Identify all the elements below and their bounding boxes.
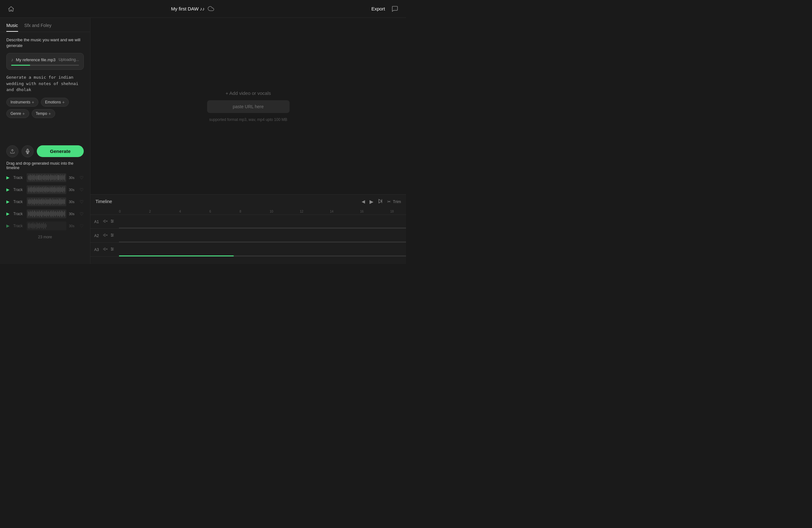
svg-point-30 <box>112 249 113 249</box>
svg-point-21 <box>112 235 113 236</box>
track-play-4[interactable]: ▶ <box>6 211 11 216</box>
tl-mute-a2[interactable] <box>103 233 107 238</box>
ruler-mark-6: 6 <box>209 210 211 213</box>
home-icon[interactable] <box>8 5 15 12</box>
tag-genre-plus: + <box>22 111 25 116</box>
upload-filename: ♪ My reference file.mp3 <box>11 57 56 62</box>
tl-eq-a3[interactable] <box>110 247 115 252</box>
tabs-row: Music Sfx and Foley <box>0 18 90 32</box>
ruler-mark-10: 10 <box>270 210 273 213</box>
ruler-mark-4: 4 <box>179 210 181 213</box>
tag-emotions[interactable]: Emotions + <box>41 98 69 106</box>
upload-status: Uploading... <box>59 57 79 62</box>
prompt-textarea[interactable]: Generate a music for indian wedding with… <box>6 74 84 93</box>
section-title: Describe the music you want and we will … <box>6 37 84 48</box>
track-play-3[interactable]: ▶ <box>6 199 11 204</box>
ruler-mark-18: 18 <box>390 210 394 213</box>
track-label-4: Track <box>13 212 24 216</box>
timeline-row-label-a1: A1 <box>90 219 119 224</box>
waveform-bars-5 <box>27 222 66 230</box>
track-duration-2: 30s <box>69 188 77 192</box>
mic-button[interactable] <box>21 145 34 157</box>
tl-mute-a3[interactable] <box>103 247 107 252</box>
topbar: My first DAW ♪♪ Export <box>0 0 406 18</box>
tag-genre[interactable]: Genre + <box>6 109 29 118</box>
waveform-bars-3 <box>27 197 66 206</box>
format-hint: supported format mp3, wav, mp4 upto 100 … <box>209 117 287 122</box>
tab-music[interactable]: Music <box>6 23 18 32</box>
svg-point-31 <box>112 250 112 251</box>
app-title: My first DAW ♪♪ <box>171 6 205 11</box>
svg-marker-3 <box>379 199 382 203</box>
tag-tempo[interactable]: Tempo + <box>32 109 55 118</box>
track-heart-2[interactable]: ♡ <box>79 187 84 192</box>
track-heart-4[interactable]: ♡ <box>79 211 84 216</box>
ruler-mark-8: 8 <box>240 210 241 213</box>
track-waveform-2 <box>27 185 66 194</box>
upload-progress-fill <box>11 65 30 66</box>
svg-point-29 <box>111 247 112 248</box>
tag-instruments-plus: + <box>32 100 34 105</box>
left-panel: Music Sfx and Foley Describe the music y… <box>0 18 90 264</box>
track-heart-1[interactable]: ♡ <box>79 175 84 180</box>
svg-marker-14 <box>103 234 105 237</box>
main-layout: Music Sfx and Foley Describe the music y… <box>0 18 406 264</box>
svg-marker-23 <box>103 248 105 251</box>
timeline-track-bg-a2 <box>119 241 406 242</box>
timeline-next-button[interactable] <box>378 199 383 205</box>
track-play-5[interactable]: ▶ <box>6 223 11 228</box>
ruler-mark-0: 0 <box>119 210 121 213</box>
track-play-1[interactable]: ▶ <box>6 175 11 180</box>
topbar-right: Export <box>372 5 398 12</box>
track-heart-5[interactable]: ♡ <box>79 223 84 228</box>
upload-zone: + Add video or vocals supported format m… <box>90 18 406 194</box>
tracks-section: Drag and drop generated music into the t… <box>0 161 90 264</box>
track-label-3: Track <box>13 200 24 204</box>
track-play-2[interactable]: ▶ <box>6 187 11 192</box>
tl-mute-a1[interactable] <box>103 219 107 224</box>
trim-button[interactable]: ✂ Trim <box>387 199 401 204</box>
track-waveform-4 <box>27 210 66 218</box>
ruler-mark-12: 12 <box>300 210 303 213</box>
timeline-row-a1: A1 <box>90 215 406 229</box>
add-video-text: + Add video or vocals <box>226 90 271 96</box>
tag-tempo-plus: + <box>48 111 51 116</box>
track-label-2: Track <box>13 187 24 192</box>
timeline-track-area-a1[interactable] <box>119 215 406 228</box>
timeline-track-fill-a3 <box>119 255 234 256</box>
generate-button[interactable]: Generate <box>37 145 84 157</box>
music-note-icon: ♪ <box>11 57 13 62</box>
timeline-title: Timeline <box>96 199 112 204</box>
url-input[interactable] <box>207 100 290 113</box>
tags-row: Instruments + Emotions + Genre + Tempo + <box>6 98 84 118</box>
more-tracks-label[interactable]: 23 more <box>6 233 84 242</box>
timeline-track-area-a3[interactable] <box>119 243 406 256</box>
timeline-track-bg-a1 <box>119 228 406 228</box>
tl-eq-a1[interactable] <box>110 219 115 224</box>
tl-eq-a2[interactable] <box>110 233 115 238</box>
tl-track-name-a3: A3 <box>94 247 101 252</box>
cloud-icon[interactable] <box>208 5 215 12</box>
tab-sfx[interactable]: Sfx and Foley <box>25 23 52 32</box>
scissors-icon: ✂ <box>387 199 391 204</box>
track-heart-3[interactable]: ♡ <box>79 199 84 204</box>
track-duration-5: 30s <box>69 224 77 228</box>
list-item: ▶ Track 30s ♡ <box>6 222 84 230</box>
timeline-row-a2: A2 <box>90 229 406 243</box>
svg-point-13 <box>112 222 112 223</box>
list-item: ▶ Track 30s ♡ <box>6 197 84 206</box>
list-item: ▶ Track 30s ♡ <box>6 185 84 194</box>
timeline-prev-button[interactable]: ◀ <box>362 199 365 204</box>
timeline-play-button[interactable]: ▶ <box>369 199 373 205</box>
tag-instruments[interactable]: Instruments + <box>6 98 38 106</box>
track-waveform-1 <box>27 173 66 182</box>
timeline-track-area-a2[interactable] <box>119 229 406 242</box>
tl-track-name-a2: A2 <box>94 233 101 238</box>
export-button[interactable]: Export <box>372 6 385 11</box>
chat-icon[interactable] <box>391 5 398 12</box>
track-label-5: Track <box>13 224 24 228</box>
track-duration-3: 30s <box>69 200 77 204</box>
left-content: Describe the music you want and we will … <box>0 32 90 145</box>
timeline-controls: ◀ ▶ ✂ Trim <box>362 199 401 205</box>
upload-button[interactable] <box>6 145 18 157</box>
